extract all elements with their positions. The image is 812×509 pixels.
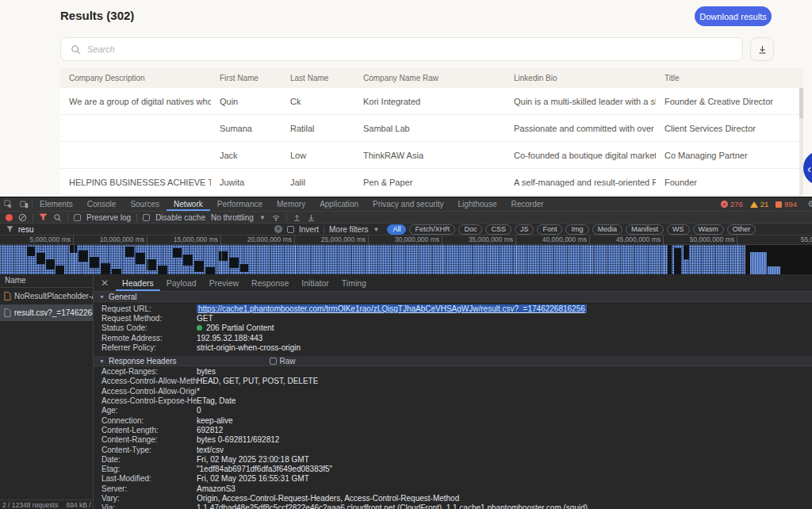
filter-type-wasm[interactable]: Wasm (693, 224, 724, 235)
raw-toggle[interactable]: Raw (270, 357, 296, 365)
header-row: Remote Address: 192.95.32.188:443 (94, 333, 812, 343)
header-name: Access-Control-Allow-Methods: (94, 377, 197, 385)
tick-label: 25,000,000 ms (295, 235, 369, 244)
export-har-icon[interactable] (307, 213, 316, 222)
settings-gear-icon[interactable]: ⚙ (804, 199, 812, 209)
header-name: Request Method: (94, 314, 197, 323)
funnel-icon (6, 226, 13, 232)
timeline-ruler: 5,000,000 ms 10,000,000 ms 15,000,000 ms… (0, 235, 812, 245)
throttling-dropdown[interactable]: No throttling (211, 213, 254, 222)
close-icon[interactable]: ✕ (94, 277, 116, 289)
disable-cache-checkbox[interactable] (143, 214, 150, 221)
tab-privacy-and-security[interactable]: Privacy and security (366, 197, 450, 211)
table-row[interactable]: We are a group of digital natives who th… (60, 88, 803, 115)
tab-sources[interactable]: Sources (123, 197, 167, 211)
tab-response[interactable]: Response (245, 274, 295, 291)
filter-funnel-icon[interactable] (39, 213, 48, 221)
import-har-icon[interactable] (293, 213, 301, 222)
search-placeholder: Search (87, 44, 115, 54)
error-count-badge[interactable]: ✕ 276 (721, 200, 743, 209)
scrollbar-thumb[interactable] (799, 88, 803, 118)
detail-tabbar: ✕ Headers Payload Preview Response Initi… (94, 274, 812, 292)
network-lower-split: Name NoResultPlaceholder-A6NU... result.… (0, 274, 812, 509)
search-network-icon[interactable] (53, 213, 62, 222)
record-button[interactable] (6, 214, 13, 221)
network-conditions-icon[interactable] (271, 213, 281, 222)
header-value: ETag, Date (197, 396, 236, 405)
preserve-log-checkbox[interactable] (74, 214, 81, 221)
waterfall-gap (240, 264, 248, 272)
header-value: Fri, 02 May 2025 23:00:18 GMT (197, 455, 309, 464)
more-filters-dropdown[interactable]: More filters (329, 225, 368, 234)
table-scrollbar[interactable] (799, 88, 803, 196)
filter-type-img[interactable]: Img (565, 224, 588, 235)
csv-file-icon (4, 308, 11, 317)
invert-checkbox[interactable] (287, 226, 294, 233)
waterfall-gap (90, 257, 99, 268)
tab-console[interactable]: Console (80, 197, 124, 211)
response-headers-section-header[interactable]: ▼ Response Headers Raw (94, 356, 812, 366)
download-icon-button[interactable] (750, 37, 774, 61)
tick-label: 20,000,000 ms (221, 235, 295, 244)
tick-label: 35,000,000 ms (442, 235, 516, 244)
name-column-header[interactable]: Name (0, 274, 93, 288)
cell: ThinkRAW Asia (354, 151, 505, 160)
inspect-element-icon[interactable] (0, 197, 16, 211)
filter-type-ws[interactable]: WS (667, 224, 690, 235)
network-summary-bar: 2 / 12348 requests 694 kB / 35 (0, 499, 93, 509)
tab-payload[interactable]: Payload (160, 274, 203, 291)
request-row[interactable]: NoResultPlaceholder-A6NU... (0, 288, 93, 304)
cell: Founder (656, 178, 803, 187)
header-row: Request Method: GET (94, 313, 812, 323)
filter-type-font[interactable]: Font (537, 224, 562, 235)
header-value: 192.95.32.188:443 (197, 334, 262, 343)
table-row[interactable]: Jack Low ThinkRAW Asia Co-founded a bout… (60, 142, 803, 169)
filter-type-css[interactable]: CSS (485, 224, 511, 235)
header-value: text/csv (197, 446, 224, 454)
table-row[interactable]: Sumana Ratilal Sambal Lab Passionate and… (60, 115, 803, 142)
filter-type-doc[interactable]: Doc (458, 224, 482, 235)
filter-type-other[interactable]: Other (727, 224, 756, 235)
device-toolbar-icon[interactable] (16, 197, 32, 211)
tab-headers[interactable]: Headers (116, 274, 160, 291)
raw-checkbox[interactable] (270, 358, 277, 365)
waterfall-gap (158, 266, 167, 274)
filter-type-manifest[interactable]: Manifest (626, 224, 664, 235)
general-section-header[interactable]: ▼ General (94, 292, 812, 302)
warning-count-badge[interactable]: 21 (750, 200, 769, 209)
tab-memory[interactable]: Memory (270, 197, 312, 211)
tab-application[interactable]: Application (312, 197, 366, 211)
header-row: Last-Modified:Fri, 02 May 2025 16:55:31 … (94, 474, 812, 484)
chat-widget-button[interactable]: ‹ (803, 151, 812, 186)
error-icon: ✕ (721, 201, 728, 208)
tab-performance[interactable]: Performance (210, 197, 270, 211)
col-first-name: First Name (211, 74, 282, 82)
search-input[interactable]: Search (60, 37, 743, 61)
header-name: Content-Length: (94, 426, 197, 434)
request-url-link[interactable]: https://cache1.phantombooster.com/trmOlK… (197, 304, 587, 313)
issues-count-badge[interactable]: 894 (776, 200, 797, 209)
filter-type-js[interactable]: JS (515, 224, 534, 235)
tab-recorder[interactable]: Recorder (504, 197, 550, 211)
filter-type-media[interactable]: Media (592, 224, 623, 235)
download-results-button[interactable]: Download results (695, 6, 772, 26)
filter-input[interactable]: resu (6, 225, 270, 234)
tab-preview[interactable]: Preview (203, 274, 245, 291)
clear-network-log-icon[interactable] (18, 213, 27, 222)
tick-label: 5,000,000 ms (0, 235, 74, 244)
cell: Client Services Director (656, 124, 803, 133)
header-name: Accept-Ranges: (94, 367, 197, 376)
tab-elements[interactable]: Elements (33, 197, 80, 211)
filter-type-fetch-xhr[interactable]: Fetch/XHR (409, 224, 455, 235)
network-overview-waterfall[interactable] (0, 245, 812, 274)
tab-timing[interactable]: Timing (335, 274, 373, 291)
header-value: bytes (197, 367, 216, 376)
cell: Pen & Paper (354, 178, 505, 187)
clear-filter-icon[interactable]: ✕ (274, 225, 282, 233)
table-row[interactable]: HELPING BUSINESSES ACHIEVE THEIR ... Juw… (60, 169, 803, 196)
request-row-selected[interactable]: result.csv?_=1746226816256 (0, 304, 93, 321)
tab-initiator[interactable]: Initiator (295, 274, 335, 291)
tab-network[interactable]: Network (167, 197, 210, 211)
tab-lighthouse[interactable]: Lighthouse (451, 197, 504, 211)
filter-type-all[interactable]: All (387, 224, 406, 235)
